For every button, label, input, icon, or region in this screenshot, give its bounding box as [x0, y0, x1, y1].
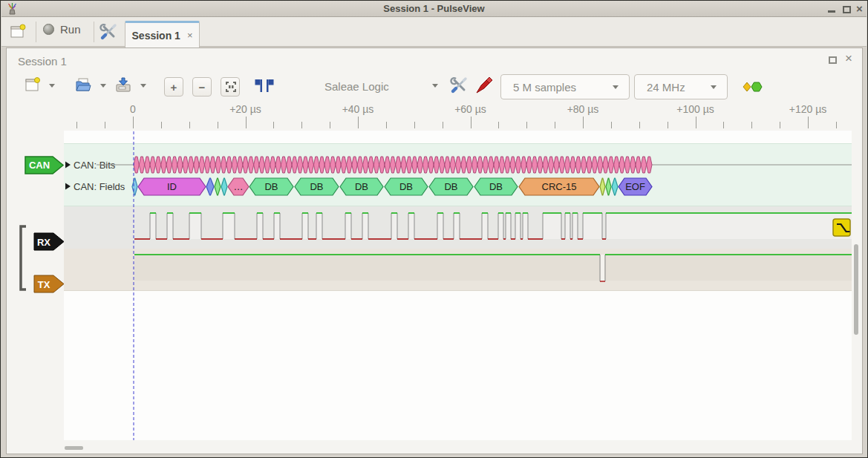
wrench-screwdriver-icon	[449, 76, 469, 95]
subwindow-restore-icon[interactable]	[829, 56, 837, 64]
ruler-tick	[808, 117, 809, 128]
probe-icon	[474, 76, 495, 95]
sample-rate-value: 24 MHz	[647, 81, 685, 94]
ruler-tick	[639, 122, 640, 128]
ruler-tick	[836, 122, 837, 128]
ruler-tick	[133, 117, 134, 128]
ruler-tick	[273, 122, 274, 128]
sample-count-value: 5 M samples	[513, 81, 576, 94]
main-toolbar: Run Session 1 ×	[1, 17, 867, 47]
channels-button[interactable]	[474, 76, 495, 95]
ruler-tick	[161, 122, 162, 128]
tab-session-1[interactable]: Session 1 ×	[125, 21, 200, 48]
ruler-tick	[301, 122, 302, 128]
open-folder-icon	[74, 76, 93, 95]
ruler-tick	[105, 122, 105, 128]
ruler-tick	[696, 117, 696, 128]
zoom-out-button[interactable]: −	[192, 77, 212, 96]
rx-channel-band	[64, 206, 852, 249]
titlebar[interactable]: Session 1 - PulseView ×	[1, 1, 867, 17]
ruler-tick	[189, 122, 190, 128]
vertical-scrollbar-thumb[interactable]	[854, 244, 858, 335]
subwindow-title: Session 1	[18, 55, 67, 68]
ruler-tick	[358, 117, 359, 128]
horizontal-scrollbar-thumb[interactable]	[65, 446, 83, 450]
close-icon[interactable]: ×	[856, 2, 863, 15]
toolbar-separator	[94, 22, 94, 42]
sample-rate-select[interactable]: 24 MHz	[634, 74, 728, 99]
device-select[interactable]: Saleae Logic	[324, 80, 389, 93]
zoom-fit-button[interactable]	[221, 77, 240, 96]
tab-close-icon[interactable]: ×	[187, 30, 193, 41]
ruler-tick-label: +120 µs	[789, 103, 827, 115]
run-state-icon	[43, 24, 54, 35]
add-decoder-button[interactable]	[740, 79, 765, 94]
zoom-in-button[interactable]: +	[164, 77, 183, 96]
ruler-tick-label: +60 µs	[454, 103, 486, 115]
save-icon	[114, 76, 133, 95]
save-button[interactable]	[114, 76, 133, 95]
pulseview-window: Session 1 - PulseView × Run	[0, 0, 868, 458]
ruler-tick	[526, 122, 527, 128]
minus-icon: −	[199, 81, 206, 94]
ruler-tick	[330, 122, 330, 128]
new-file-button[interactable]	[22, 76, 42, 95]
new-session-button[interactable]	[8, 22, 27, 42]
ruler-tick	[443, 122, 443, 128]
device-config-button[interactable]	[449, 76, 469, 95]
toolbar-separator	[36, 22, 36, 42]
plus-icon: +	[171, 81, 177, 94]
ruler-tick	[780, 122, 780, 128]
run-button[interactable]: Run	[43, 23, 81, 36]
run-label: Run	[60, 23, 81, 36]
ruler-tick	[555, 122, 555, 128]
minimize-icon[interactable]	[828, 10, 835, 13]
ruler-tick	[414, 122, 415, 128]
cursor-flags-icon	[253, 78, 275, 94]
tx-channel-band	[64, 249, 852, 291]
ruler-tick	[611, 122, 612, 128]
can-decoder-band	[64, 143, 852, 206]
maximize-icon[interactable]	[843, 6, 851, 13]
new-file-icon	[22, 76, 42, 95]
time-ruler[interactable]: 0+20 µs+40 µs+60 µs+80 µs+100 µs+120 µs	[7, 101, 861, 131]
decoder-icon	[740, 79, 765, 94]
ruler-tick	[386, 122, 387, 128]
ruler-tick-label: +100 µs	[676, 103, 714, 115]
ruler-tick	[76, 122, 77, 128]
open-dropdown-arrow-icon[interactable]	[100, 84, 106, 88]
sample-count-dropdown-arrow-icon	[613, 85, 619, 89]
zoom-fit-icon	[221, 77, 239, 96]
window-title: Session 1 - PulseView	[1, 3, 867, 14]
wrench-screwdriver-icon	[99, 23, 117, 41]
ruler-tick	[246, 117, 247, 128]
ruler-tick-label: +20 µs	[229, 103, 261, 115]
ruler-tick	[668, 122, 668, 128]
ruler-tick	[218, 122, 218, 128]
device-dropdown-arrow-icon[interactable]	[432, 84, 438, 88]
ruler-tick	[723, 122, 724, 128]
new-file-dropdown-arrow-icon[interactable]	[49, 84, 55, 88]
sample-rate-dropdown-arrow-icon	[711, 85, 717, 89]
subwindow-close-icon[interactable]: ×	[845, 51, 852, 66]
new-session-icon	[9, 23, 27, 41]
ruler-tick	[751, 122, 752, 128]
tab-label: Session 1	[132, 30, 180, 42]
ruler-tick-label: +40 µs	[342, 103, 374, 115]
save-dropdown-arrow-icon[interactable]	[140, 84, 146, 88]
ruler-tick	[583, 117, 584, 128]
ruler-tick	[498, 122, 499, 128]
sample-count-select[interactable]: 5 M samples	[500, 74, 630, 99]
ruler-tick-label: 0	[130, 103, 136, 115]
open-button[interactable]	[74, 76, 93, 95]
show-cursors-button[interactable]	[253, 78, 275, 94]
ruler-tick-label: +80 µs	[567, 103, 599, 115]
settings-button[interactable]	[99, 22, 118, 42]
ruler-tick	[471, 117, 471, 128]
